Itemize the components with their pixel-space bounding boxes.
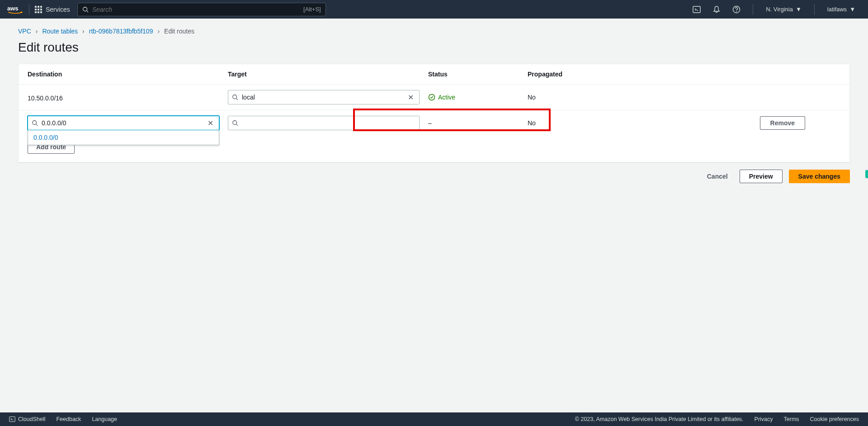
cloudshell-icon[interactable] [688,0,706,19]
aws-logo[interactable]: aws [7,5,24,14]
destination-cell: ✕ [28,116,228,130]
chevron-right-icon: › [36,28,38,35]
bottom-bar: CloudShell Feedback Language © 2023, Ama… [0,412,868,426]
cloudshell-label: CloudShell [18,416,45,422]
divider [29,4,29,15]
breadcrumb-link-rtb[interactable]: rtb-096b7813fbfb5f109 [89,28,153,35]
cloudshell-link[interactable]: CloudShell [9,416,45,422]
remove-button[interactable]: Remove [760,116,805,130]
privacy-link[interactable]: Privacy [755,416,773,422]
svg-line-11 [36,124,38,126]
breadcrumb-link-route-tables[interactable]: Route tables [42,28,78,35]
save-changes-button[interactable]: Save changes [789,170,850,183]
col-header-propagated: Propagated [528,71,595,78]
target-input[interactable] [242,94,402,101]
table-header: Destination Target Status Propagated [19,64,849,85]
svg-point-10 [33,121,37,125]
destination-input[interactable] [42,119,202,127]
bottombar-left: CloudShell Feedback Language [9,416,117,422]
target-cell: ✕ [228,90,428,104]
check-circle-icon [428,94,435,101]
breadcrumb-current: Edit routes [164,28,194,35]
col-header-status: Status [428,71,528,78]
copyright-text: © 2023, Amazon Web Services India Privat… [575,416,744,422]
region-label: N. Virginia [766,6,793,13]
search-input[interactable] [92,6,300,13]
target-combo[interactable] [228,116,420,130]
divider [814,4,815,15]
table-row: 10.50.0.0/16 ✕ Active No [19,85,849,110]
search-icon [82,6,89,13]
status-badge: Active [428,94,528,101]
svg-point-1 [83,7,87,11]
routes-panel: Destination Target Status Propagated 10.… [18,64,850,162]
svg-point-7 [233,95,237,99]
chevron-down-icon: ▼ [796,6,802,13]
user-label: latifaws [827,6,847,13]
bottombar-right: © 2023, Amazon Web Services India Privat… [575,416,859,422]
breadcrumb: VPC › Route tables › rtb-096b7813fbfb5f1… [0,19,868,38]
clear-icon[interactable]: ✕ [406,93,415,102]
cookies-link[interactable]: Cookie preferences [810,416,859,422]
propagated-value: No [528,94,595,101]
user-menu[interactable]: latifaws ▼ [822,6,861,13]
help-icon[interactable] [727,0,745,19]
topnav-right: N. Virginia ▼ latifaws ▼ [688,0,861,19]
status-cell: Active [428,94,528,101]
terms-link[interactable]: Terms [784,416,799,422]
services-menu[interactable]: Services [35,6,70,13]
chevron-right-icon: › [157,28,160,35]
target-input[interactable] [242,119,415,127]
svg-point-6 [736,11,737,12]
clear-icon[interactable]: ✕ [206,119,215,128]
destination-combo[interactable]: ✕ [28,116,219,130]
destination-dropdown: 0.0.0.0/0 [28,130,219,145]
top-nav: aws Services [Alt+S] N. Virginia ▼ latif… [0,0,868,19]
cloudshell-icon [9,416,15,422]
page-title: Edit routes [0,38,868,64]
col-header-action [595,71,840,78]
language-link[interactable]: Language [92,416,117,422]
svg-line-8 [236,99,238,100]
svg-text:aws: aws [7,5,19,12]
action-cell: Remove [595,116,840,130]
notifications-icon[interactable] [708,0,726,19]
grid-icon [35,6,42,13]
status-text: Active [438,94,455,101]
status-value: – [428,119,528,127]
chevron-down-icon: ▼ [849,6,855,13]
preview-button[interactable]: Preview [740,170,783,183]
search-shortcut: [Alt+S] [303,6,321,13]
svg-point-12 [233,121,237,125]
svg-line-13 [236,124,238,126]
dropdown-option[interactable]: 0.0.0.0/0 [28,130,219,145]
search-icon [32,120,38,126]
chevron-right-icon: › [82,28,85,35]
table-row: ✕ – No Remove 0.0.0.0/0 [19,110,849,136]
edge-accent [865,170,868,178]
services-label: Services [46,6,70,13]
destination-value: 10.50.0.0/16 [28,93,228,102]
region-selector[interactable]: N. Virginia ▼ [760,6,807,13]
breadcrumb-link-vpc[interactable]: VPC [18,28,31,35]
target-combo[interactable]: ✕ [228,90,420,104]
cancel-button[interactable]: Cancel [702,170,733,183]
svg-line-2 [86,10,88,12]
divider [753,4,753,15]
col-header-target: Target [228,71,428,78]
global-search[interactable]: [Alt+S] [77,3,326,16]
feedback-link[interactable]: Feedback [56,416,81,422]
col-header-destination: Destination [28,71,228,78]
footer-actions: Cancel Preview Save changes [0,162,868,190]
search-icon [232,120,238,126]
target-cell [228,116,428,130]
propagated-value: No [528,119,595,127]
search-icon [232,94,238,100]
